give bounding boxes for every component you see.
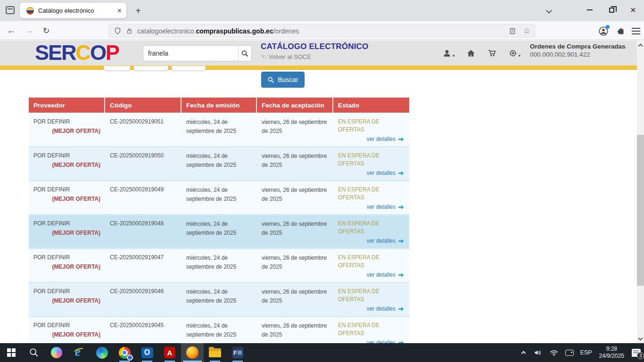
scroll-down-icon[interactable]: [638, 337, 643, 341]
buscar-button[interactable]: Buscar: [261, 72, 305, 88]
clock[interactable]: 9:2824/9/2025: [595, 343, 628, 362]
tab-title: Catálogo electrónico: [38, 7, 114, 14]
scroll-up-icon[interactable]: [638, 43, 643, 47]
sercop-logo[interactable]: SERCOP: [35, 41, 119, 65]
bookmark-star-icon[interactable]: ☆: [523, 26, 530, 36]
best-offer-label: (MEJOR OFERTA): [33, 161, 100, 169]
url-bar[interactable]: catalogoelectronico.compraspublicas.gob.…: [108, 24, 536, 38]
firefox-view-icon[interactable]: [5, 5, 16, 16]
issue-date: miércoles, 24 de septiembre de 2025: [182, 215, 257, 249]
arrow-right-icon: [398, 238, 405, 246]
ver-detalles-link[interactable]: ver detalles: [367, 305, 396, 312]
provider-name: POR DEFINIR: [33, 288, 100, 296]
menu-hamburger-icon[interactable]: [632, 28, 640, 34]
column-header-codigo: Código: [105, 98, 182, 114]
language-indicator[interactable]: ESP: [577, 343, 595, 362]
orders-table: Proveedor Código Fecha de emisión Fecha …: [29, 98, 409, 343]
column-header-estado: Estado: [333, 98, 409, 114]
status-text: EN ESPERA DE OFERTAS: [338, 220, 405, 236]
tab-close-icon[interactable]: ×: [117, 7, 122, 15]
reload-button[interactable]: ↻: [40, 25, 53, 37]
volver-al-soce-link[interactable]: ☜Volver al SOCE: [261, 53, 368, 60]
ver-detalles-link[interactable]: ver detalles: [367, 170, 396, 176]
scrolled-button-stub[interactable]: [103, 66, 131, 71]
search-icon: [267, 76, 274, 83]
provider-name: POR DEFINIR: [33, 118, 100, 126]
account-icon[interactable]: [598, 26, 609, 36]
file-explorer-button[interactable]: [204, 343, 226, 362]
scrollbar-thumb[interactable]: [637, 135, 644, 286]
tracking-shield-icon[interactable]: [114, 27, 122, 35]
status-text: EN ESPERA DE OFERTAS: [338, 118, 405, 134]
wifi-icon[interactable]: [546, 343, 562, 362]
ver-detalles-link[interactable]: ver detalles: [367, 339, 396, 343]
issue-date: miércoles, 24 de septiembre de 2025: [182, 181, 257, 215]
order-code: CE-20250002919051: [105, 114, 182, 148]
best-offer-label: (MEJOR OFERTA): [33, 229, 100, 237]
chrome-profile-badge: [127, 354, 133, 361]
issue-date: miércoles, 24 de septiembre de 2025: [182, 317, 257, 343]
order-code: CE-20250002919048: [105, 215, 182, 249]
acceptance-date: viernes, 26 de septiembre de 2025: [257, 317, 333, 343]
edge-button[interactable]: [91, 343, 113, 362]
scrolled-button-stub[interactable]: [171, 66, 206, 71]
ver-detalles-link[interactable]: ver detalles: [367, 272, 396, 278]
extensions-puzzle-icon[interactable]: [615, 26, 625, 36]
search-input[interactable]: [143, 46, 238, 61]
best-offer-label: (MEJOR OFERTA): [33, 127, 100, 135]
window-minimize-button[interactable]: [579, 0, 601, 20]
order-row: POR DEFINIR (MEJOR OFERTA) CE-2025000291…: [29, 215, 409, 249]
tray-chevron-up-icon[interactable]: [518, 343, 530, 362]
buscar-button-label: Buscar: [278, 76, 298, 83]
chrome-button[interactable]: [113, 343, 136, 362]
ver-detalles-link[interactable]: ver detalles: [367, 204, 396, 210]
cart-icon[interactable]: [487, 48, 497, 58]
acrobat-button[interactable]: A: [158, 343, 181, 362]
taskbar-search-button[interactable]: [23, 343, 45, 362]
user-menu-icon[interactable]: ▾: [442, 49, 455, 58]
browser-window: Catálogo electrónico × + × ← → ↻ catalog…: [0, 0, 644, 362]
provider-name: POR DEFINIR: [33, 186, 100, 194]
copilot-button[interactable]: [45, 343, 68, 362]
vertical-scrollbar[interactable]: [637, 41, 644, 343]
notification-center-button[interactable]: 3: [628, 343, 644, 362]
cast-display-icon[interactable]: [562, 343, 577, 362]
settings-gear-icon[interactable]: ▾: [508, 49, 521, 58]
scrolled-button-stub[interactable]: [133, 66, 169, 71]
outlook-button[interactable]: O: [136, 343, 158, 362]
gold-divider-bar: [0, 66, 637, 70]
order-row: POR DEFINIR (MEJOR OFERTA) CE-2025000291…: [29, 249, 409, 283]
forward-button[interactable]: →: [23, 25, 36, 37]
arrow-right-icon: [398, 272, 405, 280]
time: 9:28: [606, 346, 617, 352]
folder-icon: [209, 348, 221, 357]
search-button[interactable]: [238, 46, 251, 61]
arrow-right-icon: [398, 204, 405, 212]
browser-tab[interactable]: Catálogo electrónico ×: [20, 3, 126, 18]
volume-icon[interactable]: [530, 343, 546, 362]
best-offer-label: (MEJOR OFERTA): [33, 195, 100, 203]
order-code: CE-20250002919050: [105, 148, 182, 181]
list-all-tabs-icon[interactable]: [546, 8, 553, 14]
arrow-right-icon: [398, 136, 405, 144]
order-row: POR DEFINIR (MEJOR OFERTA) CE-2025000291…: [29, 181, 409, 215]
provider-name: POR DEFINIR: [33, 152, 100, 160]
start-button[interactable]: [0, 343, 23, 362]
reader-view-icon[interactable]: [509, 27, 516, 35]
ver-detalles-link[interactable]: ver detalles: [367, 136, 396, 142]
status-text: EN ESPERA DE OFERTAS: [338, 254, 405, 270]
ver-detalles-link[interactable]: ver detalles: [367, 238, 396, 244]
firefox-button[interactable]: [181, 343, 204, 362]
f-lines-app-button[interactable]: F: [226, 343, 249, 362]
internet-explorer-button[interactable]: e: [68, 343, 91, 362]
new-tab-button[interactable]: +: [132, 5, 144, 16]
page-title: CATÁLOGO ELECTRÓNICO: [261, 42, 368, 51]
window-restore-button[interactable]: [601, 0, 622, 20]
lock-icon[interactable]: [126, 27, 133, 34]
window-close-button[interactable]: ×: [622, 0, 644, 20]
issue-date: miércoles, 24 de septiembre de 2025: [182, 148, 257, 181]
acceptance-date: viernes, 26 de septiembre de 2025: [257, 249, 333, 283]
back-button[interactable]: ←: [5, 25, 18, 37]
home-icon[interactable]: [466, 49, 476, 58]
copilot-icon: [51, 347, 62, 358]
